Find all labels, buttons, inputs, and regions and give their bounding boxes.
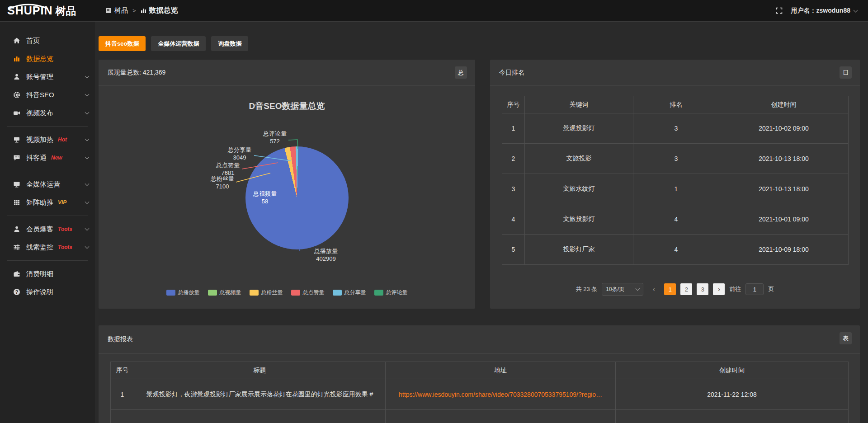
sidebar-item-media-operation[interactable]: 全媒体运营	[0, 175, 95, 193]
chart-card-header: 展现量总数: 421,369 总	[99, 60, 475, 86]
tools-badge: Tools	[58, 244, 72, 250]
col-title: 标题	[134, 362, 386, 379]
sidebar-item-operation-guide[interactable]: ? 操作说明	[0, 283, 95, 301]
logo-arc	[6, 0, 56, 9]
page-button-1[interactable]: 1	[664, 283, 676, 295]
chevron-down-icon	[85, 92, 90, 97]
user-icon	[13, 73, 20, 81]
legend-swatch	[291, 290, 300, 296]
chat-icon	[13, 154, 20, 162]
col-rank: 排名	[633, 96, 719, 113]
sidebar-item-account-management[interactable]: 账号管理	[0, 68, 95, 86]
table-header-row: 序号 关键词 排名 创建时间	[502, 96, 849, 113]
app-window: SHUPIN 树品 树品 > 数据总览 用户名：zswodun88	[0, 0, 868, 423]
sidebar: 首页 数据总览 账号管理 抖音SEO 视频发布	[0, 22, 95, 423]
username-label: 用户名：zswodun88	[791, 7, 850, 15]
vip-badge: VIP	[58, 199, 66, 206]
sidebar-divider	[7, 260, 88, 261]
tab-inquiry-data[interactable]: 询盘数据	[211, 36, 248, 51]
hot-badge: Hot	[58, 136, 67, 143]
page-button-3[interactable]: 3	[697, 283, 708, 295]
legend-swatch	[374, 290, 383, 296]
legend-swatch	[333, 290, 342, 296]
breadcrumb-current[interactable]: 数据总览	[141, 6, 178, 15]
tab-media-operation-data[interactable]: 全媒体运营数据	[151, 36, 206, 51]
legend-item-likes[interactable]: 总点赞量	[291, 289, 325, 296]
pie-chart-area: D音SEO数据量总览 总评论量 572	[99, 86, 475, 308]
col-url: 地址	[386, 362, 616, 379]
sidebar-item-video-publish[interactable]: 视频发布	[0, 104, 95, 122]
sidebar-item-consumption-detail[interactable]: 消费明细	[0, 265, 95, 283]
sidebar-divider	[7, 171, 88, 171]
report-table: 序号 标题 地址 创建时间 1 景观投影灯，夜游景观投影灯厂家展示展示落花灯在花…	[110, 362, 849, 423]
question-icon: ?	[13, 288, 20, 296]
table-row: 4文旅投影灯42021-10-01 09:00	[502, 204, 849, 235]
legend-item-videos[interactable]: 总视频量	[208, 289, 241, 296]
tab-douyin-seo-data[interactable]: 抖音seo数据	[99, 36, 146, 51]
topbar-right: 用户名：zswodun88	[775, 7, 868, 15]
chart-title: D音SEO数据量总览	[99, 86, 475, 112]
main-content: 抖音seo数据 全媒体运营数据 询盘数据 展现量总数: 421,369 总 D音…	[95, 22, 868, 423]
user-menu[interactable]: 用户名：zswodun88	[791, 7, 857, 15]
bar-chart-icon	[141, 8, 146, 14]
chevron-down-icon	[636, 287, 640, 291]
home-icon	[13, 37, 20, 45]
legend-item-shares[interactable]: 总分享量	[333, 289, 366, 296]
page-size-select[interactable]: 10条/页	[602, 283, 643, 296]
logo-text-cn: 树品	[55, 6, 76, 16]
new-badge: New	[51, 155, 62, 161]
sliders-icon	[13, 244, 20, 251]
svg-text:?: ?	[15, 289, 18, 295]
sidebar-divider	[7, 216, 88, 216]
legend-swatch	[208, 290, 217, 296]
wallet-icon	[13, 270, 20, 278]
sidebar-item-douyin-seo[interactable]: 抖音SEO	[0, 86, 95, 104]
video-url-cell: https://www.iesdouyin.com/share/video/70…	[386, 379, 616, 410]
table-toggle-button[interactable]: 表	[840, 332, 852, 344]
data-report-card: 数据报表 表 序号 标题 地址 创建时间 1 景观投影灯，夜游景观投影灯厂家展示…	[99, 325, 860, 423]
page-button-2[interactable]: 2	[680, 283, 692, 295]
sidebar-item-clue-monitor[interactable]: 线索监控 Tools	[0, 238, 95, 256]
sidebar-item-data-overview[interactable]: 数据总览	[0, 50, 95, 68]
chevron-down-icon	[854, 8, 858, 12]
chevron-down-icon	[85, 182, 90, 186]
day-toggle-button[interactable]: 日	[840, 66, 852, 79]
fullscreen-icon[interactable]	[775, 7, 783, 14]
breadcrumb-root[interactable]: 树品	[106, 6, 128, 15]
goto-suffix: 页	[768, 285, 774, 293]
report-card-header: 数据报表 表	[99, 325, 860, 354]
chart-legend: 总播放量 总视频量 总粉丝量 总点赞量 总分享量 总评论量	[99, 289, 475, 296]
video-icon	[13, 109, 20, 117]
table-row: 2文旅投影32021-10-13 18:00	[502, 144, 849, 174]
total-toggle-button[interactable]: 总	[455, 66, 467, 79]
table-row: 1景观投影灯32021-10-02 09:00	[502, 113, 849, 144]
video-title-cell: 景观投影灯，夜游景观投影灯厂家展示展示落花灯在花园里的灯光投影应用效果 #	[134, 379, 386, 410]
ranking-card-header: 今日排名 日	[490, 60, 860, 86]
breadcrumb: 树品 > 数据总览	[106, 6, 178, 15]
goto-page-input[interactable]	[745, 283, 764, 295]
ranking-table: 序号 关键词 排名 创建时间 1景观投影灯32021-10-02 09:00 2…	[502, 96, 849, 265]
next-page-button[interactable]: ›	[713, 283, 725, 295]
table-header-row: 序号 标题 地址 创建时间	[111, 362, 849, 379]
sidebar-item-doukertong[interactable]: 抖客通 New	[0, 149, 95, 167]
document-icon	[106, 8, 112, 14]
pagination: 共 23 条 10条/页 ‹ 1 2 3 › 前往 页	[490, 283, 860, 296]
video-link[interactable]: https://www.iesdouyin.com/share/video/70…	[399, 391, 602, 398]
legend-swatch	[166, 290, 175, 296]
chevron-down-icon	[85, 137, 90, 141]
col-index: 序号	[111, 362, 134, 379]
pie-label-comments: 总评论量 572	[252, 130, 297, 146]
legend-item-fans[interactable]: 总粉丝量	[250, 289, 283, 296]
legend-item-plays[interactable]: 总播放量	[166, 289, 200, 296]
col-created: 创建时间	[616, 362, 849, 379]
member-icon	[13, 226, 20, 233]
sidebar-item-home[interactable]: 首页	[0, 32, 95, 50]
sidebar-item-member-baoke[interactable]: 会员爆客 Tools	[0, 220, 95, 238]
impressions-total: 展现量总数: 421,369	[108, 69, 165, 77]
table-row-partial	[111, 410, 849, 423]
sidebar-item-matrix-boost[interactable]: 矩阵助推 VIP	[0, 193, 95, 212]
logo[interactable]: SHUPIN 树品	[0, 5, 95, 16]
legend-item-comments[interactable]: 总评论量	[374, 289, 408, 296]
sidebar-item-video-heat[interactable]: 视频加热 Hot	[0, 131, 95, 149]
prev-page-button[interactable]: ‹	[648, 283, 660, 295]
